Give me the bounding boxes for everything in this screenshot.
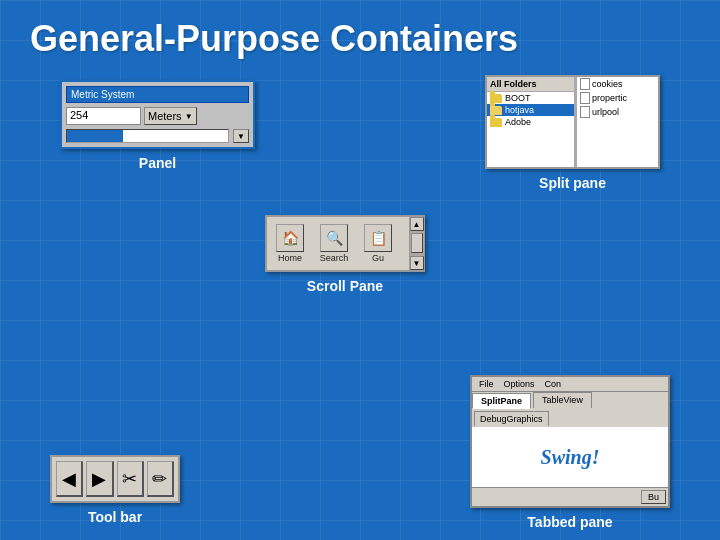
vscroll-up-arrow[interactable]: ▲ (410, 217, 424, 231)
folder-item-label: hotjava (505, 105, 534, 115)
scissors-button[interactable]: ✂ (117, 461, 144, 497)
panel-slider[interactable] (66, 129, 229, 143)
back-button[interactable]: ◀ (56, 461, 83, 497)
tabbed-pane-label: Tabbed pane (470, 514, 670, 530)
scroll-pane-label: Scroll Pane (265, 278, 425, 294)
list-item[interactable]: urlpool (577, 105, 658, 119)
folder-icon (490, 118, 502, 127)
tabbed-pane-content: Swing! (472, 427, 668, 487)
split-pane-right: cookies propertic urlpool (577, 77, 658, 167)
file-icon (580, 92, 590, 104)
toolbar-box: ◀ ▶ ✂ ✏ (50, 455, 180, 503)
folder-item-label: Adobe (505, 117, 531, 127)
scroll-pane-box: 🏠 Home 🔍 Search 📋 Gu ▲ (265, 215, 425, 272)
list-item[interactable]: Adobe (487, 116, 574, 128)
content-area: Metric System 254 Meters ▼ ▼ Panel (0, 70, 720, 540)
panel-scroll-arrow[interactable]: ▼ (233, 129, 249, 143)
scroll-pane-toolbar: 🏠 Home 🔍 Search 📋 Gu (271, 221, 397, 266)
guide-toolbar-btn[interactable]: 📋 Gu (359, 224, 397, 263)
panel-title-bar: Metric System (66, 86, 249, 103)
home-btn-label: Home (278, 253, 302, 263)
panel-box: Metric System 254 Meters ▼ ▼ (60, 80, 255, 149)
panel-widget: Metric System 254 Meters ▼ ▼ Panel (60, 80, 255, 171)
home-icon: 🏠 (276, 224, 304, 252)
split-pane-widget: All Folders BOOT hotjava Adobe (485, 75, 660, 191)
tabbed-pane-widget: File Options Con SplitPane TableView Deb… (470, 375, 670, 530)
panel-input[interactable]: 254 (66, 107, 141, 125)
menu-options[interactable]: Options (499, 378, 540, 390)
folder-open-icon (490, 106, 502, 115)
dropdown-arrow-icon: ▼ (185, 112, 193, 121)
split-pane-header: All Folders (487, 77, 574, 92)
scroll-pane-vscroll: ▲ ▼ (409, 217, 423, 270)
toolbar-widget: ◀ ▶ ✂ ✏ Tool bar (50, 455, 180, 525)
vscroll-thumb[interactable] (411, 233, 423, 253)
folder-item-label: BOOT (505, 93, 531, 103)
menu-con[interactable]: Con (540, 378, 567, 390)
split-pane-label: Split pane (485, 175, 660, 191)
forward-button[interactable]: ▶ (86, 461, 113, 497)
tabbed-pane-bottom: Bu (472, 487, 668, 506)
file-label: cookies (592, 79, 623, 89)
tab-splitpane[interactable]: SplitPane (472, 393, 531, 409)
tab-tableview[interactable]: TableView (533, 392, 592, 408)
panel-slider-track (67, 130, 123, 142)
scroll-pane-content: 🏠 Home 🔍 Search 📋 Gu (267, 217, 409, 270)
split-pane-box: All Folders BOOT hotjava Adobe (485, 75, 660, 169)
panel-dropdown[interactable]: Meters ▼ (144, 107, 197, 125)
tabbed-menu-bar: File Options Con (472, 377, 668, 392)
dropdown-label: Meters (148, 110, 182, 122)
guide-icon: 📋 (364, 224, 392, 252)
folder-icon (490, 94, 502, 103)
guide-btn-label: Gu (372, 253, 384, 263)
tab-debuggraphics[interactable]: DebugGraphics (474, 411, 549, 426)
vscroll-down-arrow[interactable]: ▼ (410, 256, 424, 270)
tabbed-pane-button[interactable]: Bu (641, 490, 666, 504)
panel-label: Panel (60, 155, 255, 171)
list-item[interactable]: BOOT (487, 92, 574, 104)
panel-slider-row: ▼ (66, 129, 249, 143)
search-btn-label: Search (320, 253, 349, 263)
list-item[interactable]: cookies (577, 77, 658, 91)
tabbed-pane-box: File Options Con SplitPane TableView Deb… (470, 375, 670, 508)
menu-file[interactable]: File (474, 378, 499, 390)
search-toolbar-btn[interactable]: 🔍 Search (315, 224, 353, 263)
tab-row: SplitPane TableView (472, 392, 668, 408)
split-pane-left: All Folders BOOT hotjava Adobe (487, 77, 577, 167)
page-title: General-Purpose Containers (0, 0, 720, 70)
file-label: urlpool (592, 107, 619, 117)
home-toolbar-btn[interactable]: 🏠 Home (271, 224, 309, 263)
file-icon (580, 106, 590, 118)
file-icon (580, 78, 590, 90)
edit-button[interactable]: ✏ (147, 461, 174, 497)
vscroll-track (410, 231, 424, 256)
split-pane-inner: All Folders BOOT hotjava Adobe (487, 77, 658, 167)
panel-input-row: 254 Meters ▼ (66, 107, 249, 125)
toolbar-widget-label: Tool bar (50, 509, 180, 525)
search-icon: 🔍 (320, 224, 348, 252)
list-item[interactable]: propertic (577, 91, 658, 105)
file-label: propertic (592, 93, 627, 103)
swing-label: Swing! (541, 446, 600, 469)
list-item[interactable]: hotjava (487, 104, 574, 116)
scroll-pane-widget: 🏠 Home 🔍 Search 📋 Gu ▲ (265, 215, 425, 294)
